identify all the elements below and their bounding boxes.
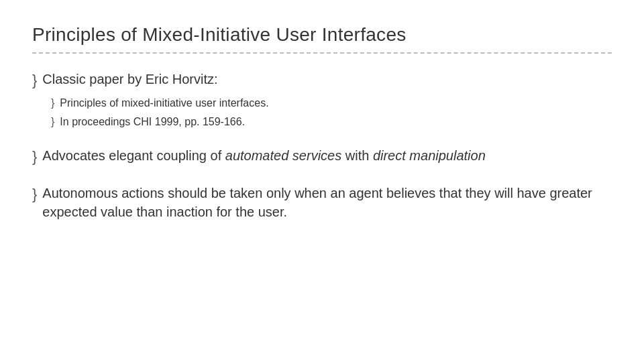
italic-automated-services: automated services <box>225 148 341 163</box>
bullet-text-3: Autonomous actions should be taken only … <box>42 184 612 221</box>
bullet-item-1: } Classic paper by Eric Horvitz: <box>32 70 612 91</box>
divider <box>32 52 612 54</box>
sub-bullet-item-1-1: } Principles of mixed-initiative user in… <box>51 95 612 111</box>
bullet-item-3: } Autonomous actions should be taken onl… <box>32 184 612 221</box>
sub-bullet-symbol-1-1: } <box>51 95 54 111</box>
bullet-text-1: Classic paper by Eric Horvitz: <box>42 70 217 88</box>
italic-direct-manipulation: direct manipulation <box>373 148 486 163</box>
sub-bullet-item-1-2: } In proceedings CHI 1999, pp. 159-166. <box>51 114 612 130</box>
sub-bullet-text-1-1: Principles of mixed-initiative user inte… <box>60 95 268 111</box>
sub-bullets-1: } Principles of mixed-initiative user in… <box>51 95 612 130</box>
slide-title: Principles of Mixed-Initiative User Inte… <box>32 24 612 46</box>
bullet-item-2: } Advocates elegant coupling of automate… <box>32 146 612 168</box>
slide: Principles of Mixed-Initiative User Inte… <box>0 0 644 362</box>
bullet-symbol-2: } <box>32 147 37 168</box>
bullet-symbol-1: } <box>32 70 37 91</box>
bullet-symbol-3: } <box>32 184 37 205</box>
sub-bullet-text-1-2: In proceedings CHI 1999, pp. 159-166. <box>60 114 245 130</box>
content-area: } Classic paper by Eric Horvitz: } Princ… <box>32 70 612 221</box>
bullet-block-1: } Classic paper by Eric Horvitz: } Princ… <box>32 70 612 130</box>
sub-bullet-symbol-1-2: } <box>51 114 54 130</box>
bullet-text-2: Advocates elegant coupling of automated … <box>42 146 485 165</box>
